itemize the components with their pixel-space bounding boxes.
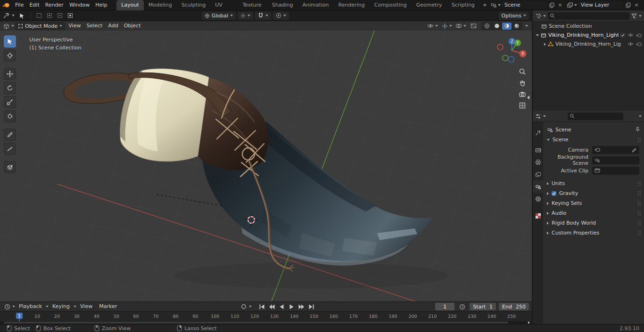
options-dropdown[interactable]: Options <box>499 12 529 20</box>
tool-settings-editor-icon[interactable] <box>3 12 10 19</box>
tab-texture[interactable] <box>533 210 543 222</box>
tool-annotate-button[interactable] <box>4 129 16 141</box>
xray-toggle-icon[interactable] <box>469 23 478 29</box>
scene-browse-icon[interactable] <box>490 2 497 8</box>
view-layer-browse-icon[interactable] <box>567 2 573 8</box>
active-tool-icon[interactable] <box>17 13 27 19</box>
viewport-menu-object[interactable]: Object <box>122 21 143 31</box>
tool-measure-button[interactable] <box>4 143 16 155</box>
menu-edit[interactable]: Edit <box>26 0 42 10</box>
view-layer-field[interactable]: View Layer <box>578 1 623 9</box>
editor-type-chevron-icon[interactable] <box>11 25 14 27</box>
shading-material-preview-button[interactable] <box>502 23 512 30</box>
properties-search-input[interactable] <box>568 113 623 120</box>
scene-new-button[interactable] <box>548 1 555 9</box>
shading-chevron-icon[interactable] <box>525 25 528 27</box>
collection-checkbox[interactable] <box>620 33 625 38</box>
tool-tweak-button[interactable] <box>4 35 16 48</box>
viewport-menu-select[interactable]: Select <box>84 21 105 31</box>
menu-render[interactable]: Render <box>42 0 66 10</box>
hide-eye-icon[interactable] <box>627 42 634 46</box>
properties-editor-icon[interactable] <box>535 113 541 119</box>
disable-render-camera-icon[interactable] <box>636 33 642 38</box>
navigation-gizmo[interactable]: Z Y X <box>490 31 532 70</box>
frame-end-field[interactable]: End 250 <box>499 303 529 310</box>
select-mode-subtract-icon[interactable] <box>56 13 64 18</box>
background-scene-input[interactable] <box>592 156 639 164</box>
tab-scene[interactable] <box>533 180 543 193</box>
timeline-menu-marker[interactable]: Marker <box>96 302 120 311</box>
tab-render[interactable] <box>533 144 543 156</box>
panel-scene-header[interactable]: Scene <box>543 135 644 145</box>
viewport-3d[interactable]: User Perspective (1) Scene Collection <box>0 31 532 301</box>
auto-keying-record-icon[interactable] <box>239 304 248 309</box>
viewport-menu-view[interactable]: View <box>66 21 83 31</box>
outliner-filter-chevron-icon[interactable] <box>639 15 642 17</box>
scene-browse-chevron-icon[interactable] <box>498 4 501 6</box>
tab-output[interactable] <box>533 156 543 168</box>
viewport-menu-add[interactable]: Add <box>106 21 120 31</box>
tool-scale-button[interactable] <box>4 96 16 108</box>
hide-eye-icon[interactable] <box>627 33 634 37</box>
menu-window[interactable]: Window <box>66 0 92 10</box>
outliner-editor-chevron-icon[interactable] <box>543 15 546 17</box>
mode-dropdown[interactable]: Object Mode <box>15 22 65 30</box>
active-clip-input[interactable] <box>592 167 639 175</box>
transform-orientation-dropdown[interactable]: Global <box>202 12 236 20</box>
editor-type-icon[interactable] <box>2 23 10 29</box>
disable-render-camera-icon[interactable] <box>636 42 642 47</box>
menu-help[interactable]: Help <box>92 0 110 10</box>
select-mode-extend-icon[interactable] <box>45 13 54 18</box>
panel-gravity[interactable]: Gravity <box>543 188 644 198</box>
eyedropper-icon[interactable] <box>632 147 637 153</box>
properties-editor-chevron-icon[interactable] <box>543 115 546 117</box>
play-reverse-button[interactable] <box>277 303 286 310</box>
pan-hand-icon[interactable] <box>519 79 526 87</box>
tool-rotate-button[interactable] <box>4 82 16 94</box>
expand-collection-icon[interactable] <box>536 34 539 36</box>
jump-to-end-button[interactable] <box>307 303 315 310</box>
outliner-search-input[interactable] <box>548 12 629 20</box>
properties-options-chevron-icon[interactable] <box>639 115 642 117</box>
outliner-filter-icon[interactable] <box>631 13 637 19</box>
timeline-menu-playback[interactable]: Playback <box>16 302 45 311</box>
blender-logo-icon[interactable] <box>0 2 12 8</box>
workspace-tab-layout[interactable]: Layout <box>116 0 143 10</box>
drag-dots-icon[interactable] <box>637 211 641 216</box>
scene-unlink-button[interactable]: × <box>556 1 564 9</box>
jump-to-start-button[interactable] <box>257 303 266 310</box>
view-layer-new-button[interactable] <box>624 1 632 9</box>
shading-wireframe-button[interactable] <box>482 23 492 30</box>
scene-name-field[interactable]: Scene <box>502 1 547 9</box>
ortho-grid-icon[interactable] <box>519 102 526 109</box>
workspace-tab-animation[interactable]: Animation <box>297 0 333 10</box>
timeline-editor-chevron-icon[interactable] <box>12 306 15 308</box>
tab-view-layer[interactable] <box>533 168 543 180</box>
drag-dots-icon[interactable] <box>637 181 641 186</box>
use-preview-range-icon[interactable] <box>457 304 467 310</box>
gizmo-neg-y-ball[interactable] <box>503 55 508 61</box>
workspace-tab-uv-editing[interactable]: UV Editing <box>210 0 238 10</box>
prev-keyframe-button[interactable] <box>267 303 276 310</box>
outliner-row-mesh-object[interactable]: Viking_Drinking_Horn_Lig <box>533 40 644 49</box>
workspace-tab-scripting[interactable]: Scripting <box>447 0 479 10</box>
select-mode-invert-icon[interactable] <box>66 13 74 18</box>
auto-keying-chevron-icon[interactable] <box>249 306 252 308</box>
snapping-toggle[interactable] <box>255 12 271 20</box>
tool-transform-button[interactable] <box>4 110 16 122</box>
view-layer-browse-chevron-icon[interactable] <box>574 4 577 6</box>
select-mode-new-icon[interactable] <box>35 13 43 18</box>
add-workspace-button[interactable]: + <box>479 0 490 10</box>
outliner-row-collection[interactable]: Viking_Drinking_Horn_Light_i <box>533 31 644 40</box>
drag-dots-icon[interactable] <box>637 230 641 236</box>
current-frame-field[interactable]: 1 <box>435 303 454 310</box>
tool-settings-chevron-icon[interactable] <box>12 15 15 16</box>
workspace-tab-sculpting[interactable]: Sculpting <box>177 0 210 10</box>
shading-solid-button[interactable] <box>492 23 502 30</box>
playhead-label[interactable]: 1 <box>16 313 23 319</box>
camera-view-icon[interactable] <box>519 90 526 98</box>
tab-world[interactable] <box>533 193 543 205</box>
outliner-row-scene-collection[interactable]: Scene Collection <box>533 22 644 31</box>
view-layer-remove-button[interactable]: × <box>633 1 640 9</box>
outliner-editor-icon[interactable] <box>535 13 541 19</box>
